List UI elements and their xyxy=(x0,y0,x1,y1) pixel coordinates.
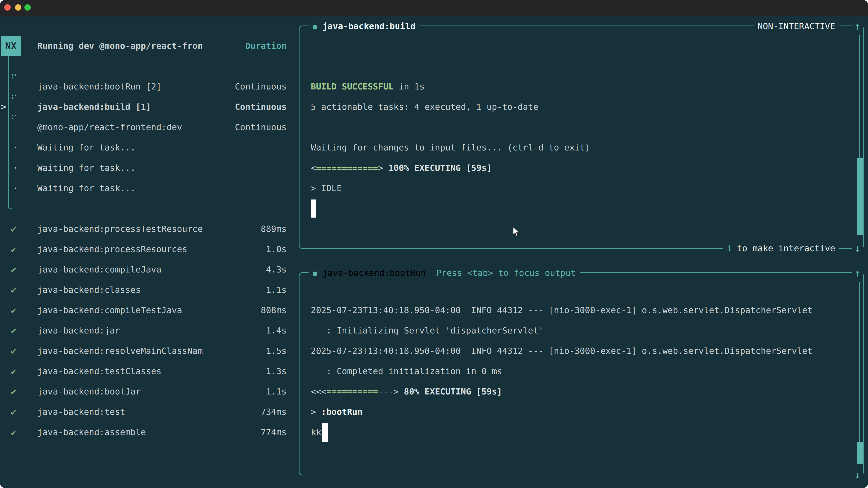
task-duration: Continuous xyxy=(204,97,287,117)
bootrun-output-pane: ● java-backend:bootRun Press <tab> to fo… xyxy=(299,272,864,475)
interactive-hint: i to make interactive xyxy=(723,238,839,258)
build-progress-line: <============> 100% EXECUTING [59s] xyxy=(311,158,492,178)
build-pane-title: java-backend:build xyxy=(322,21,415,31)
terminal-window: NX Running dev @mono-app/react-fron Dura… xyxy=(0,0,868,488)
progress-label: 100% EXECUTING [59s] xyxy=(383,163,492,173)
task-duration: Continuous xyxy=(204,117,287,137)
check-icon: ✔ xyxy=(11,300,16,320)
task-status-dot-icon: ● xyxy=(313,22,317,31)
progress-bracket: <<< xyxy=(311,387,327,396)
check-icon: ✔ xyxy=(11,259,16,280)
spinner-icon: ⠋ xyxy=(10,89,18,109)
task-status-dot-icon: ● xyxy=(313,269,317,278)
task-duration: 774ms xyxy=(204,422,287,442)
build-result-line: BUILD SUCCESSFUL in 1s xyxy=(311,76,425,97)
interactive-hint-text: to make interactive xyxy=(737,243,835,253)
prompt-char: > xyxy=(311,407,321,417)
task-row[interactable]: java-backend:bootJar xyxy=(37,381,141,402)
progress-tail: ---> xyxy=(378,387,399,396)
task-row[interactable]: java-backend:testClasses xyxy=(37,361,161,381)
gradle-prompt-line: > :bootRun xyxy=(311,402,363,422)
task-row: Waiting for task... xyxy=(37,178,135,198)
task-row[interactable]: java-backend:assemble xyxy=(37,422,146,442)
scrollbar-thumb[interactable] xyxy=(857,442,863,464)
task-row[interactable]: java-backend:bootRun [2] xyxy=(37,76,161,97)
log-line: : Initializing Servlet 'dispatcherServle… xyxy=(311,320,544,341)
screen: NX Running dev @mono-app/react-fron Dura… xyxy=(0,0,868,488)
task-row[interactable]: java-backend:classes xyxy=(37,280,141,300)
interactive-hint-key: i xyxy=(727,243,737,253)
check-icon: ✔ xyxy=(11,341,16,361)
terminal-cursor xyxy=(311,199,316,218)
check-icon: ✔ xyxy=(11,320,16,341)
build-successful-text: BUILD SUCCESSFUL xyxy=(311,82,394,92)
task-duration: 1.1s xyxy=(204,381,287,402)
task-duration: Continuous xyxy=(204,76,287,97)
spinner-icon: ⠋ xyxy=(10,68,18,89)
task-duration: 1.4s xyxy=(204,320,287,341)
waiting-dot-icon: · xyxy=(13,158,18,178)
task-duration: 1.3s xyxy=(204,361,287,381)
progress-bracket: < xyxy=(311,163,316,173)
task-row[interactable]: java-backend:compileJava xyxy=(37,259,161,280)
build-pane-header[interactable]: ● java-backend:build xyxy=(309,16,420,36)
duration-column-header: Duration xyxy=(204,36,287,56)
task-row[interactable]: java-backend:compileTestJava xyxy=(37,300,182,320)
user-input-line[interactable]: kk xyxy=(311,422,321,442)
scroll-up-icon[interactable]: ↑ xyxy=(852,16,863,36)
task-row[interactable]: java-backend:resolveMainClassNam xyxy=(37,341,203,361)
build-time-text: in 1s xyxy=(394,82,425,92)
minimize-button-icon[interactable] xyxy=(15,4,21,11)
spinner-icon: ⠋ xyxy=(10,109,18,129)
task-duration: 1.0s xyxy=(204,239,287,259)
bootrun-pane-title: java-backend:bootRun xyxy=(322,268,426,278)
task-row[interactable]: java-backend:processResources xyxy=(37,239,187,259)
log-line: 2025-07-23T13:40:18.950-04:00 INFO 44312… xyxy=(311,300,812,320)
task-duration: 734ms xyxy=(204,402,287,422)
task-duration: 1.1s xyxy=(204,280,287,300)
check-icon: ✔ xyxy=(11,280,16,300)
scroll-up-icon[interactable]: ↑ xyxy=(852,263,863,283)
scroll-down-icon[interactable]: ↓ xyxy=(852,464,863,485)
prompt-task: :bootRun xyxy=(321,407,363,417)
check-icon: ✔ xyxy=(11,219,16,239)
titlebar xyxy=(0,0,868,17)
scrollbar-thumb[interactable] xyxy=(857,158,863,235)
waiting-dot-icon: · xyxy=(13,137,18,158)
non-interactive-badge: NON-INTERACTIVE xyxy=(754,16,839,36)
task-duration: 4.3s xyxy=(204,259,287,280)
selected-task-arrow-icon: > xyxy=(0,97,6,117)
check-icon: ✔ xyxy=(11,381,16,402)
build-output-pane: ● java-backend:build NON-INTERACTIVE ↑ B… xyxy=(299,26,864,249)
task-row[interactable]: @mono-app/react-frontend:dev xyxy=(37,117,182,137)
task-list-title: Running dev @mono-app/react-fron xyxy=(37,36,203,56)
task-row[interactable]: java-backend:processTestResource xyxy=(37,219,203,239)
check-icon: ✔ xyxy=(11,239,16,259)
close-button-icon[interactable] xyxy=(4,4,11,11)
bootrun-progress-line: <<<==========---> 80% EXECUTING [59s] xyxy=(311,381,502,402)
task-duration: 889ms xyxy=(204,219,287,239)
task-row: Waiting for task... xyxy=(37,137,135,158)
check-icon: ✔ xyxy=(11,361,16,381)
task-row[interactable]: java-backend:jar xyxy=(37,320,120,341)
waiting-changes-line: Waiting for changes to input files... (c… xyxy=(311,137,590,158)
idle-line: > IDLE xyxy=(311,178,342,198)
scrollbar-track[interactable] xyxy=(859,282,862,463)
task-duration: 808ms xyxy=(204,300,287,320)
progress-fill: ============ xyxy=(316,163,378,173)
scroll-down-icon[interactable]: ↓ xyxy=(852,238,863,258)
pager: ← 1/2 → xyxy=(8,463,65,483)
check-icon: ✔ xyxy=(11,422,16,442)
waiting-dot-icon: · xyxy=(13,178,18,198)
focus-output-hint: Press <tab> to focus output xyxy=(436,268,576,278)
bootrun-pane-header[interactable]: ● java-backend:bootRun Press <tab> to fo… xyxy=(309,263,580,283)
task-row: Waiting for task... xyxy=(37,158,135,178)
task-row-selected[interactable]: java-backend:build [1] xyxy=(37,97,151,117)
maximize-button-icon[interactable] xyxy=(24,4,31,11)
keyboard-hints: quit: q help: ? xyxy=(135,463,285,483)
check-icon: ✔ xyxy=(11,402,16,422)
mouse-pointer-icon xyxy=(512,226,522,238)
task-row[interactable]: java-backend:test xyxy=(37,402,125,422)
progress-label: 80% EXECUTING [59s] xyxy=(399,387,502,396)
progress-bracket: > xyxy=(378,163,383,173)
